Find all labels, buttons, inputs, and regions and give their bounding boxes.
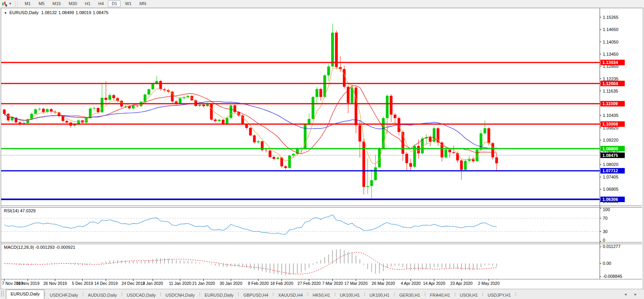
tabbar-grip <box>1 290 4 297</box>
svg-text:0: 0 <box>603 238 605 242</box>
svg-text:14 Apr 2020: 14 Apr 2020 <box>423 281 445 286</box>
chart-cursor-icon[interactable] <box>1 1 8 7</box>
svg-text:0.00: 0.00 <box>603 261 611 266</box>
svg-text:18 Feb 2020: 18 Feb 2020 <box>270 281 293 286</box>
macd-signal-line <box>4 252 497 274</box>
tab-hk50-h1[interactable]: HK50,H1 <box>308 291 335 299</box>
svg-text:1.14650: 1.14650 <box>603 27 618 32</box>
tab-ger30-h1[interactable]: GER30,H1 <box>395 291 424 299</box>
tab-usoil-h1[interactable]: USOil,H1 <box>456 291 482 299</box>
horizontal-price-lines[interactable] <box>1 62 600 199</box>
timeframe-m15[interactable]: M15 <box>49 0 64 7</box>
svg-text:1.10008: 1.10008 <box>602 122 618 126</box>
svg-text:1.08800: 1.08800 <box>602 146 618 151</box>
tab-eurusd-daily[interactable]: EURUSD,Daily <box>6 290 44 299</box>
tabs-scroll-right-icon[interactable]: ▸ <box>635 292 637 296</box>
svg-text:1.13450: 1.13450 <box>603 52 618 57</box>
timeframe-h1[interactable]: H1 <box>81 0 94 7</box>
svg-text:70: 70 <box>603 216 607 221</box>
rsi-pane: 10070300 <box>1 207 610 242</box>
svg-text:21 Jan 2020: 21 Jan 2020 <box>192 281 215 286</box>
candlestick-series <box>3 24 498 198</box>
svg-text:23 Apr 2020: 23 Apr 2020 <box>450 281 473 286</box>
toolbar-grip <box>15 1 18 7</box>
timeframe-m1[interactable]: M1 <box>21 0 34 7</box>
tab-usdchf-daily[interactable]: USDCHF,Daily <box>46 291 82 299</box>
tab-usdcad-daily[interactable]: USDCAD,Daily <box>123 291 160 299</box>
tab-fra40-h1[interactable]: FRA40,H1 <box>426 291 454 299</box>
timeframe-w1[interactable]: W1 <box>121 0 135 7</box>
price-axis[interactable]: 1.152651.146501.140501.134501.128501.122… <box>600 15 618 204</box>
chart-window: 1.152651.146501.140501.134501.128501.122… <box>1 8 643 289</box>
svg-text:30: 30 <box>603 229 607 234</box>
svg-text:30 Jan 2020: 30 Jan 2020 <box>220 281 242 286</box>
svg-text:24 Dec 2019: 24 Dec 2019 <box>122 281 145 286</box>
date-axis[interactable]: 7 Nov 201916 Nov 201926 Nov 20195 Dec 20… <box>2 279 499 286</box>
tab-gbpusd-h4[interactable]: GBPUSD,H4 <box>239 291 273 299</box>
tab-uk100-h1-2[interactable]: UK100,H1 <box>365 291 394 299</box>
svg-text:1.08020: 1.08020 <box>603 162 618 167</box>
timeframe-m30[interactable]: M30 <box>65 0 80 7</box>
svg-text:1.06306: 1.06306 <box>602 197 618 202</box>
svg-text:5 Dec 2019: 5 Dec 2019 <box>72 281 93 286</box>
tabs-scroll-left-icon[interactable]: ◂ <box>624 292 626 296</box>
svg-text:27 Feb 2020: 27 Feb 2020 <box>298 281 321 286</box>
svg-text:14 Dec 2019: 14 Dec 2019 <box>94 281 118 286</box>
svg-text:1.06805: 1.06805 <box>603 187 618 191</box>
svg-text:1.15265: 1.15265 <box>603 15 618 20</box>
tab-usdjpy-h1[interactable]: USDJPY,H1 <box>483 291 515 299</box>
svg-text:0.011277: 0.011277 <box>603 244 620 249</box>
tab-uk100-h1[interactable]: UK100,H1 <box>335 291 364 299</box>
svg-text:1.11635: 1.11635 <box>603 89 618 93</box>
tab-eurusd-daily-2[interactable]: EURUSD,Daily <box>200 291 238 299</box>
price-badges: 1.130341.120041.110091.100081.088001.077… <box>600 60 625 202</box>
svg-text:4 Apr 2020: 4 Apr 2020 <box>401 281 421 286</box>
svg-text:7 Mar 2020: 7 Mar 2020 <box>322 281 343 286</box>
svg-text:1.07405: 1.07405 <box>603 175 618 179</box>
pane-frames <box>1 8 642 279</box>
svg-text:1.12235: 1.12235 <box>603 77 618 81</box>
tab-xauusd-h4[interactable]: XAUUSD,H4 <box>274 291 307 299</box>
svg-text:2 May 2020: 2 May 2020 <box>478 281 499 286</box>
svg-text:17 Mar 2020: 17 Mar 2020 <box>344 281 368 286</box>
timeframe-m5[interactable]: M5 <box>35 0 48 7</box>
svg-text:1.14050: 1.14050 <box>603 40 618 44</box>
svg-text:26 Nov 2019: 26 Nov 2019 <box>44 281 67 286</box>
svg-text:1.08475: 1.08475 <box>602 153 618 158</box>
timeframe-h4[interactable]: H4 <box>95 0 107 7</box>
tab-audusd-daily[interactable]: AUDUSD,Daily <box>84 291 121 299</box>
macd-pane: 0.0112770.00-0.008845 <box>4 244 622 279</box>
timeframe-mn[interactable]: MN <box>136 0 150 7</box>
chart-tab-bar: EURUSD,Daily | USDCHF,Daily | AUDUSD,Dai… <box>0 289 644 299</box>
chart-canvas[interactable]: 1.152651.146501.140501.134501.128501.122… <box>1 8 642 288</box>
svg-text:1.10435: 1.10435 <box>603 113 618 118</box>
svg-text:1.09220: 1.09220 <box>603 138 618 142</box>
tab-usdcnh-daily[interactable]: USDCNH,Daily <box>161 291 199 299</box>
svg-text:1.11009: 1.11009 <box>602 101 618 106</box>
svg-text:1.07712: 1.07712 <box>602 168 618 173</box>
toolbar-dropdown-caret[interactable]: ▼ <box>9 2 12 5</box>
svg-text:26 Mar 2020: 26 Mar 2020 <box>372 281 395 286</box>
timeframes-toolbar: ▼ M1 M5 M15 M30 H1 H4 D1 W1 MN <box>0 0 644 8</box>
timeframe-d1[interactable]: D1 <box>108 0 121 7</box>
svg-text:2 Jan 2020: 2 Jan 2020 <box>143 281 163 286</box>
svg-text:1.12004: 1.12004 <box>602 81 618 86</box>
tab-separator: | <box>515 292 516 296</box>
svg-text:1.13034: 1.13034 <box>602 60 618 65</box>
svg-text:11 Jan 2020: 11 Jan 2020 <box>169 281 191 286</box>
svg-text:100: 100 <box>603 207 610 212</box>
svg-text:16 Nov 2019: 16 Nov 2019 <box>16 281 40 286</box>
svg-text:-0.008845: -0.008845 <box>603 274 622 279</box>
svg-text:8 Feb 2020: 8 Feb 2020 <box>248 281 269 286</box>
